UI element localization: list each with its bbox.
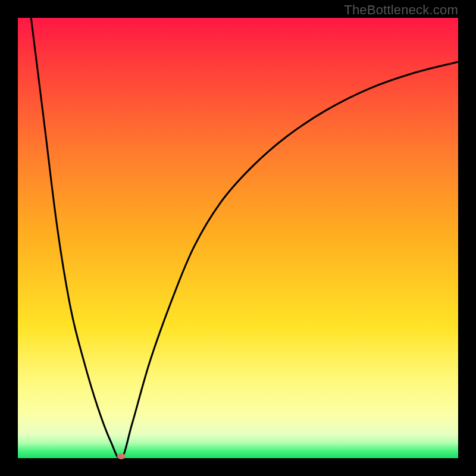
plot-area [18, 18, 458, 458]
plot-svg [18, 18, 458, 458]
chart-frame: TheBottleneck.com [0, 0, 476, 476]
optimal-point-marker [117, 453, 126, 459]
gradient-background [18, 18, 458, 458]
watermark-label: TheBottleneck.com [344, 2, 458, 18]
